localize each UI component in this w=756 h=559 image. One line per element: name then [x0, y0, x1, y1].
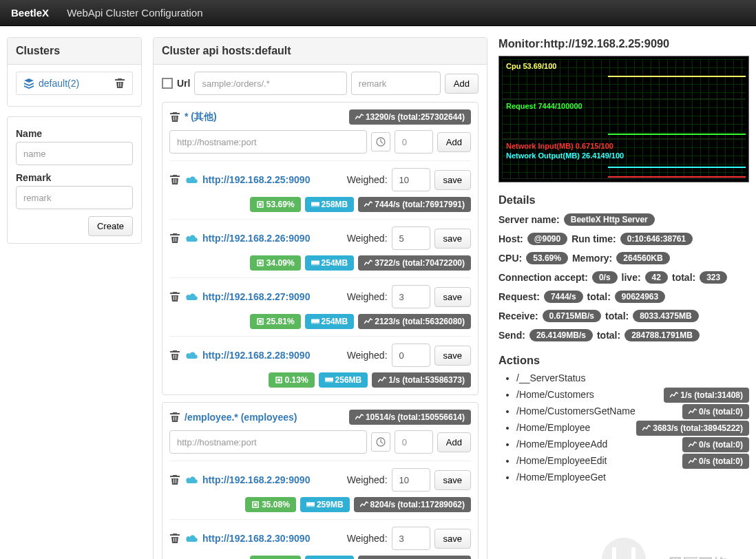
- request-label: Request:: [498, 291, 540, 302]
- cpu-badge: 53.69%: [250, 197, 301, 212]
- traffic-badge: 1/s (total:53586373): [372, 372, 471, 388]
- action-path: /Home/Customers: [516, 389, 594, 400]
- group-title[interactable]: * (其他): [185, 111, 217, 123]
- host-row: http://192.168.2.30:9090 Weighed: save 1…: [169, 519, 471, 559]
- memory-icon: [306, 500, 315, 509]
- weight-input[interactable]: [392, 468, 430, 492]
- chip-icon: [275, 376, 283, 384]
- server-name-value: BeetleX Http Server: [564, 213, 655, 226]
- weighed-label: Weighed:: [347, 233, 388, 244]
- group-title[interactable]: /employee.* (employees): [185, 412, 297, 423]
- weight-input[interactable]: [392, 527, 430, 550]
- receive-total: 8033.4375MB: [633, 310, 698, 322]
- action-path: /Home/EmployeeAdd: [516, 439, 607, 450]
- host-url[interactable]: http://192.168.2.29:9090: [202, 474, 310, 485]
- remark-input[interactable]: [16, 186, 133, 209]
- hostname-input[interactable]: [169, 430, 367, 454]
- trash-icon[interactable]: [169, 533, 180, 544]
- chip-icon: [256, 317, 264, 326]
- url-remark-input[interactable]: [351, 72, 441, 95]
- clusters-heading: Clusters: [8, 38, 141, 65]
- trash-icon[interactable]: [114, 78, 125, 89]
- weighed-label: Weighed:: [347, 174, 388, 185]
- trash-icon[interactable]: [169, 291, 180, 302]
- weight-input[interactable]: [392, 344, 430, 367]
- clock-icon[interactable]: [371, 132, 390, 151]
- host-url[interactable]: http://192.168.2.26:9090: [202, 233, 310, 244]
- traffic-badge: 2310/s (total:33267552): [358, 556, 471, 559]
- navbar: BeetleX WebApi Cluster Configuration: [0, 0, 756, 26]
- memory-icon: [311, 200, 319, 209]
- host-url[interactable]: http://192.168.2.28:9090: [202, 350, 310, 361]
- save-button[interactable]: save: [434, 170, 471, 190]
- svg-rect-10: [311, 319, 319, 323]
- create-button[interactable]: Create: [88, 216, 133, 236]
- svg-rect-16: [254, 503, 257, 506]
- chart-icon: [689, 408, 697, 415]
- host-group: * (其他) 13290/s (total:257302644) Add htt…: [162, 102, 479, 395]
- trash-icon[interactable]: [169, 474, 180, 485]
- request-total: 90624963: [615, 291, 665, 303]
- url-input[interactable]: [194, 72, 346, 95]
- monitor-netin-label: Network Input(MB) 0.6715/100: [506, 142, 613, 150]
- save-button[interactable]: save: [434, 529, 471, 549]
- receive-rate: 0.6715MB/s: [543, 310, 601, 322]
- host-url[interactable]: http://192.168.2.30:9090: [202, 533, 310, 544]
- save-button[interactable]: save: [434, 346, 471, 366]
- chart-icon: [364, 318, 372, 325]
- trash-icon[interactable]: [169, 412, 180, 423]
- svg-rect-13: [325, 378, 333, 381]
- hostname-input[interactable]: [169, 130, 367, 154]
- weight-input[interactable]: [392, 168, 430, 191]
- weight-input[interactable]: [392, 285, 430, 308]
- monitor-request-label: Request 7444/100000: [506, 102, 582, 110]
- save-button[interactable]: save: [434, 470, 471, 490]
- brand: BeetleX: [11, 7, 49, 19]
- add-host-button[interactable]: Add: [437, 432, 471, 452]
- send-label: Send:: [498, 330, 525, 341]
- cluster-item[interactable]: default(2): [16, 72, 133, 95]
- trash-icon[interactable]: [169, 350, 180, 361]
- weight-new-input[interactable]: [395, 130, 433, 154]
- checkbox-icon[interactable]: [162, 78, 173, 89]
- chart-icon: [364, 260, 372, 266]
- save-button[interactable]: save: [434, 229, 471, 249]
- action-item: /Home/EmployeeEdit0/s (total:0): [516, 455, 749, 466]
- add-url-button[interactable]: Add: [445, 74, 479, 94]
- action-item: /Home/EmployeeGet: [516, 472, 749, 483]
- cpu-label: CPU:: [498, 253, 522, 264]
- weighed-label: Weighed:: [347, 350, 388, 361]
- action-item: /Home/CustomersGetName0/s (total:0): [516, 405, 749, 416]
- weight-new-input[interactable]: [395, 430, 433, 454]
- send-total-label: total:: [597, 330, 620, 341]
- svg-rect-3: [259, 203, 262, 206]
- clusters-panel: Clusters default(2): [7, 37, 142, 107]
- add-host-button[interactable]: Add: [437, 132, 471, 152]
- action-item: /__ServerStatus: [516, 372, 749, 383]
- action-path: /Home/CustomersGetName: [516, 405, 636, 416]
- chip-icon: [251, 500, 260, 509]
- trash-icon[interactable]: [169, 174, 180, 185]
- group-stats: 10514/s (total:150556614): [349, 410, 471, 425]
- hosts-panel: Cluster api hosts:default Url Add * (其他)…: [153, 37, 487, 559]
- host-url[interactable]: http://192.168.2.25:9090: [202, 174, 310, 185]
- mem-badge: 258MB: [305, 197, 355, 212]
- trash-icon[interactable]: [169, 233, 180, 244]
- save-button[interactable]: save: [434, 287, 471, 307]
- host-group: /employee.* (employees) 10514/s (total:1…: [162, 402, 479, 559]
- name-input[interactable]: [16, 142, 133, 165]
- chart-icon: [642, 425, 651, 432]
- host-url[interactable]: http://192.168.2.27:9090: [202, 291, 310, 302]
- cloud-icon: [185, 233, 198, 244]
- watermark-icon: [602, 538, 646, 559]
- trash-icon[interactable]: [169, 112, 180, 123]
- action-path: /Home/Employee: [516, 422, 590, 433]
- receive-label: Receive:: [498, 310, 538, 321]
- host-row: http://192.168.2.29:9090 Weighed: save 3…: [169, 461, 471, 512]
- clock-icon[interactable]: [371, 432, 390, 452]
- memory-value: 264560KB: [616, 252, 669, 264]
- cpu-badge: 19.59%: [250, 556, 301, 559]
- weight-input[interactable]: [392, 226, 430, 250]
- action-stats: 0/s (total:0): [682, 454, 749, 469]
- action-path: /Home/EmployeeGet: [516, 472, 606, 483]
